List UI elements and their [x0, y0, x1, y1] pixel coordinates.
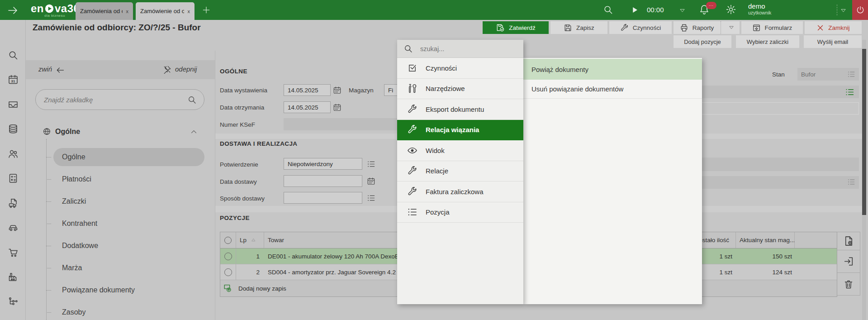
- reports-button[interactable]: Raporty: [674, 21, 740, 34]
- session-caret-down-icon[interactable]: [840, 7, 846, 13]
- issue-date-calendar-icon[interactable]: [333, 86, 342, 95]
- submenu-item-powiaz-dokumenty[interactable]: Powiąż dokumenty: [523, 59, 702, 80]
- sidebar-calendar-icon[interactable]: [8, 74, 19, 85]
- delivery-date-field[interactable]: [284, 175, 362, 187]
- collapse-nav-button[interactable]: zwiń: [38, 65, 52, 73]
- nav-group-label[interactable]: Ogólne: [55, 128, 80, 136]
- form-scrollbar-thumb[interactable]: [862, 49, 866, 215]
- confirmation-list-icon[interactable]: [367, 160, 375, 168]
- nav-item-platnosci[interactable]: Płatności: [62, 174, 198, 185]
- issue-date-label: Data wystawienia: [220, 87, 267, 94]
- header-select-column[interactable]: [220, 232, 236, 248]
- menu-item-czynnosci[interactable]: Czynności: [397, 58, 523, 79]
- nav-group-chevron-up-icon[interactable]: [190, 128, 198, 136]
- tab-close-icon[interactable]: x: [188, 9, 190, 14]
- logout-power-button[interactable]: [852, 0, 868, 20]
- issue-date-field[interactable]: 14.05.2025: [284, 84, 331, 96]
- receive-date-field[interactable]: 14.05.2025: [284, 101, 331, 113]
- global-search-icon[interactable]: [603, 5, 613, 15]
- close-button[interactable]: Zamknij: [805, 21, 862, 34]
- menu-item-eksport-dokumentu[interactable]: Eksport dokumentu: [397, 99, 523, 120]
- menu-item-narzedziowe[interactable]: Narzędziowe: [397, 79, 523, 100]
- form-button[interactable]: Formularz: [741, 21, 803, 34]
- notifications-badge: ...: [706, 2, 716, 9]
- nav-item-kontrahent[interactable]: Kontrahent: [62, 218, 198, 229]
- nav-item-zaliczki[interactable]: Zaliczki: [62, 196, 198, 207]
- row-radio[interactable]: [224, 253, 232, 260]
- menu-search-field[interactable]: [397, 40, 523, 58]
- unpin-icon[interactable]: [163, 65, 171, 74]
- add-items-button[interactable]: Dodaj pozycje: [674, 35, 731, 48]
- new-tab-icon[interactable]: [202, 5, 211, 14]
- wrench-icon: [407, 166, 417, 176]
- sidebar-vehicles-icon[interactable]: [8, 222, 19, 233]
- sidebar-sales-cart-icon[interactable]: [8, 247, 19, 258]
- nav-item-zasoby[interactable]: Zasoby: [62, 307, 198, 318]
- row-select[interactable]: [220, 248, 236, 264]
- sidebar-delivery-icon[interactable]: [8, 198, 19, 209]
- sidebar-production-icon[interactable]: [8, 272, 19, 282]
- sidebar-inbox-icon[interactable]: [8, 99, 19, 110]
- sidebar-calculator-icon[interactable]: [8, 173, 19, 184]
- play-icon[interactable]: [631, 6, 639, 14]
- menu-item-faktura-zaliczkowa[interactable]: Faktura zaliczkowa: [397, 181, 523, 202]
- sidebar-search-icon[interactable]: [8, 50, 19, 61]
- menu-item-widok[interactable]: Widok: [397, 140, 523, 161]
- menu-item-label: Czynności: [426, 64, 457, 72]
- nav-item-marza[interactable]: Marża: [62, 263, 198, 273]
- sidebar-database-icon[interactable]: [8, 124, 19, 134]
- row-new-document-button[interactable]: [837, 232, 860, 250]
- nav-search-field[interactable]: [35, 89, 204, 110]
- approve-button[interactable]: Zatwierdź: [483, 21, 549, 34]
- header-aktualny-stan[interactable]: Aktualny stan mag...: [736, 232, 795, 248]
- row-radio[interactable]: [224, 268, 232, 276]
- reports-caret-down-icon[interactable]: [729, 25, 734, 30]
- tab-close-icon[interactable]: x: [126, 9, 129, 14]
- expand-sidebar-icon[interactable]: [7, 5, 18, 16]
- delivery-method-field[interactable]: [284, 192, 362, 204]
- trash-icon: [843, 279, 854, 290]
- save-floppy-icon: [564, 24, 572, 32]
- select-all-radio[interactable]: [224, 237, 232, 244]
- nav-search-input[interactable]: [43, 96, 187, 104]
- actions-context-menu: Czynności Narzędziowe Eksport dokumentu …: [397, 40, 523, 304]
- select-advances-button[interactable]: Wybierz zaliczki: [736, 35, 799, 48]
- row-delete-button[interactable]: [837, 273, 860, 296]
- nav-item-ogolne[interactable]: Ogólne: [62, 152, 198, 162]
- actions-button[interactable]: Czynności: [609, 21, 672, 34]
- confirmation-field[interactable]: Niepotwierdzony: [284, 158, 362, 170]
- menu-item-pozycja[interactable]: Pozycja: [397, 202, 523, 223]
- submenu-item-usun-powiazanie[interactable]: Usuń powiązanie dokumentów: [523, 80, 702, 99]
- cell-stan: 124 szt: [736, 264, 795, 280]
- save-button[interactable]: Zapisz: [550, 21, 607, 34]
- timer-value[interactable]: 00:00: [647, 6, 664, 14]
- collapse-arrow-left-icon[interactable]: [56, 66, 65, 75]
- row-select[interactable]: [220, 264, 236, 280]
- nav-item-label: Ogólne: [62, 153, 85, 161]
- nav-item-powiazane-dokumenty[interactable]: Powiązane dokumenty: [62, 285, 198, 296]
- state-list-icon[interactable]: [847, 70, 855, 78]
- nav-item-dodatkowe[interactable]: Dodatkowe: [62, 240, 198, 251]
- nav-tree-line: [46, 139, 47, 320]
- delivery-method-list-icon[interactable]: [367, 194, 375, 202]
- payment-method-list-icon[interactable]: [847, 178, 855, 186]
- menu-item-relacja-wiazania[interactable]: Relacja wiązania: [397, 120, 523, 141]
- delivery-date-calendar-icon[interactable]: [367, 177, 375, 186]
- settings-gear-icon[interactable]: [726, 4, 736, 15]
- tab-zamowienia-od-odbiorcy[interactable]: Zamówienia od odbio... x: [76, 2, 133, 20]
- nav-item-label: Zasoby: [62, 308, 85, 316]
- sidebar-hierarchy-icon[interactable]: [8, 296, 19, 307]
- send-email-button[interactable]: Wyślij email: [804, 35, 862, 48]
- unpin-button[interactable]: odepnij: [175, 65, 197, 73]
- menu-item-relacje[interactable]: Relacje: [397, 161, 523, 182]
- menu-search-input[interactable]: [419, 45, 517, 53]
- header-lp[interactable]: Lp: [236, 232, 264, 248]
- tab-zamowienie-od-odbiorcy-active[interactable]: Zamówienie od odbi... x: [136, 2, 194, 20]
- row-open-button[interactable]: [837, 250, 860, 273]
- timer-caret-down-icon[interactable]: [679, 7, 685, 13]
- contractor-list-icon[interactable]: [845, 87, 854, 97]
- receive-date-calendar-icon[interactable]: [333, 103, 342, 112]
- receive-date-label: Data otrzymania: [220, 104, 264, 111]
- sidebar-contacts-icon[interactable]: [8, 148, 19, 159]
- user-menu[interactable]: demo uzytkownik: [748, 2, 807, 15]
